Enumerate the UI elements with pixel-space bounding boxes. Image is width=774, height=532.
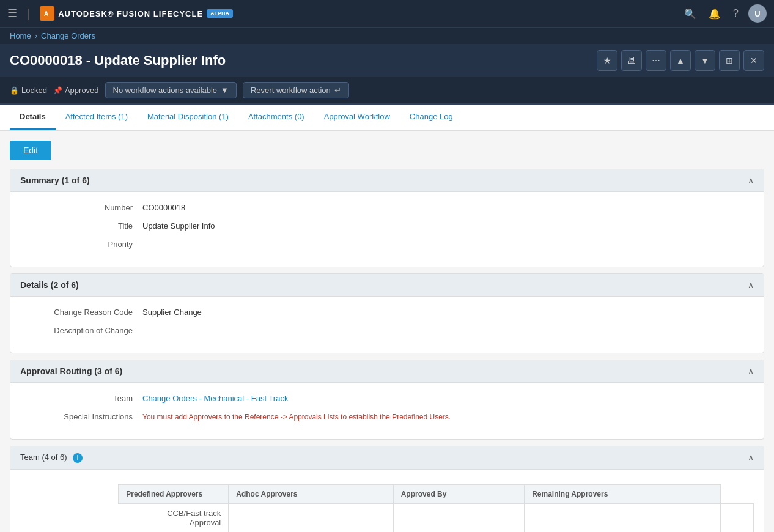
change-orders-breadcrumb[interactable]: Change Orders — [41, 31, 95, 40]
title-value: Update Supplier Info — [142, 220, 754, 232]
details-collapse-icon: ∧ — [748, 280, 754, 290]
ccb-remaining — [721, 503, 754, 532]
col-approved-by: Approved By — [393, 484, 524, 503]
print-button[interactable]: 🖶 — [621, 50, 642, 71]
change-reason-value: Supplier Change — [142, 306, 754, 319]
approval-routing-collapse-icon: ∧ — [748, 366, 754, 376]
brand-name-text: AUTODESK® FUSION LIFECYCLE — [58, 9, 203, 18]
alpha-badge: ALPHA — [207, 9, 233, 18]
ccb-adhoc — [393, 503, 524, 532]
down-button[interactable]: ▼ — [695, 50, 715, 71]
status-bar: 🔒 Locked 📌 Approved No workflow actions … — [0, 77, 774, 105]
team-section: Team (4 of 6) i ∧ Predefined Approvers A… — [10, 446, 764, 532]
grid-button[interactable]: ⊞ — [719, 50, 740, 71]
special-instructions-label: Special Instructions — [20, 411, 142, 423]
logo-icon: A — [40, 6, 54, 21]
tab-approval-workflow[interactable]: Approval Workflow — [314, 105, 400, 130]
workflow-dropdown-button[interactable]: No workflow actions available ▼ — [105, 82, 237, 98]
ccb-predefined — [229, 503, 393, 532]
approved-icon: 📌 — [53, 86, 62, 95]
team-value[interactable]: Change Orders - Mechanical - Fast Track — [142, 393, 754, 405]
approval-routing-section-header[interactable]: Approval Routing (3 of 6) ∧ — [10, 360, 764, 383]
summary-section-title: Summary (1 of 6) — [20, 175, 90, 185]
team-table: Predefined Approvers Adhoc Approvers App… — [118, 484, 754, 533]
brand-logo: A AUTODESK® FUSION LIFECYCLE ALPHA — [40, 6, 233, 21]
tab-material-disposition[interactable]: Material Disposition (1) — [138, 105, 238, 130]
table-row: CCB/Fast trackApproval — [119, 503, 754, 532]
top-navigation: ☰ | A AUTODESK® FUSION LIFECYCLE ALPHA 🔍… — [0, 0, 774, 27]
approved-status: 📌 Approved — [53, 86, 99, 95]
description-row: Description of Change — [20, 325, 754, 337]
approval-routing-section-body: Team Change Orders - Mechanical - Fast T… — [10, 383, 764, 439]
team-table-header-row: Predefined Approvers Adhoc Approvers App… — [119, 484, 754, 503]
title-label: Title — [20, 220, 142, 232]
number-row: Number CO0000018 — [20, 202, 754, 214]
more-button[interactable]: ⋯ — [646, 50, 666, 71]
dropdown-arrow-icon: ▼ — [221, 86, 229, 95]
locked-status: 🔒 Locked — [10, 86, 47, 95]
main-content: Edit Summary (1 of 6) ∧ Number CO0000018… — [0, 131, 774, 532]
team-row-labels — [20, 479, 118, 533]
number-value: CO0000018 — [142, 202, 754, 214]
page-header: CO0000018 - Update Supplier Info ★ 🖶 ⋯ ▲… — [0, 44, 774, 77]
team-table-wrapper: Predefined Approvers Adhoc Approvers App… — [20, 479, 754, 533]
tab-attachments[interactable]: Attachments (0) — [238, 105, 314, 130]
home-breadcrumb[interactable]: Home — [10, 31, 31, 40]
lock-icon: 🔒 — [10, 86, 19, 95]
close-button[interactable]: ✕ — [743, 50, 764, 71]
team-label: Team — [20, 393, 142, 405]
number-label: Number — [20, 202, 142, 214]
change-reason-label: Change Reason Code — [20, 306, 142, 319]
revert-label: Revert workflow action — [251, 86, 331, 95]
ccb-row-label: CCB/Fast trackApproval — [119, 503, 229, 532]
special-instructions-value: You must add Approvers to the Reference … — [142, 411, 754, 423]
approved-label: Approved — [65, 86, 99, 95]
hamburger-menu[interactable]: ☰ — [7, 7, 17, 20]
star-button[interactable]: ★ — [597, 50, 617, 71]
priority-row: Priority — [20, 238, 754, 251]
revert-workflow-button[interactable]: Revert workflow action ↵ — [243, 82, 349, 98]
priority-label: Priority — [20, 238, 142, 251]
avatar[interactable]: U — [748, 4, 767, 23]
tabs-bar: Details Affected Items (1) Material Disp… — [0, 105, 774, 131]
team-section-body: Predefined Approvers Adhoc Approvers App… — [10, 470, 764, 533]
edit-button[interactable]: Edit — [10, 141, 51, 160]
summary-collapse-icon: ∧ — [748, 175, 754, 185]
col-predefined-approvers: Predefined Approvers — [119, 484, 229, 503]
title-row: Title Update Supplier Info — [20, 220, 754, 232]
tab-details[interactable]: Details — [10, 105, 56, 130]
tab-affected-items[interactable]: Affected Items (1) — [56, 105, 138, 130]
tab-change-log[interactable]: Change Log — [400, 105, 463, 130]
search-icon[interactable]: 🔍 — [684, 8, 696, 20]
breadcrumb: Home › Change Orders — [0, 27, 774, 44]
col-adhoc-approvers: Adhoc Approvers — [229, 484, 393, 503]
approval-routing-section: Approval Routing (3 of 6) ∧ Team Change … — [10, 360, 764, 440]
team-collapse-icon: ∧ — [748, 453, 754, 462]
team-section-title-text: Team (4 of 6) i — [20, 453, 83, 463]
details-section-body: Change Reason Code Supplier Change Descr… — [10, 297, 764, 353]
up-button[interactable]: ▲ — [670, 50, 691, 71]
breadcrumb-separator: › — [35, 31, 37, 40]
approval-routing-section-title: Approval Routing (3 of 6) — [20, 366, 122, 376]
locked-label: Locked — [21, 86, 47, 95]
workflow-dropdown-label: No workflow actions available — [113, 86, 218, 95]
summary-section-header[interactable]: Summary (1 of 6) ∧ — [10, 169, 764, 192]
team-info-icon[interactable]: i — [73, 453, 83, 463]
header-actions: ★ 🖶 ⋯ ▲ ▼ ⊞ ✕ — [597, 50, 764, 71]
col-remaining-approvers: Remaining Approvers — [525, 484, 721, 503]
summary-section-body: Number CO0000018 Title Update Supplier I… — [10, 192, 764, 267]
bell-icon[interactable]: 🔔 — [709, 8, 721, 20]
help-icon[interactable]: ? — [733, 8, 739, 19]
revert-icon: ↵ — [334, 86, 341, 95]
special-instructions-row: Special Instructions You must add Approv… — [20, 411, 754, 423]
page-title: CO0000018 - Update Supplier Info — [10, 53, 226, 68]
change-reason-row: Change Reason Code Supplier Change — [20, 306, 754, 319]
details-section-header[interactable]: Details (2 of 6) ∧ — [10, 274, 764, 297]
team-row: Team Change Orders - Mechanical - Fast T… — [20, 393, 754, 405]
svg-text:A: A — [44, 10, 48, 17]
team-section-title: Team (4 of 6) — [20, 453, 67, 462]
details-section-title: Details (2 of 6) — [20, 280, 79, 290]
summary-section: Summary (1 of 6) ∧ Number CO0000018 Titl… — [10, 169, 764, 267]
team-section-header[interactable]: Team (4 of 6) i ∧ — [10, 446, 764, 470]
description-label: Description of Change — [20, 325, 142, 337]
